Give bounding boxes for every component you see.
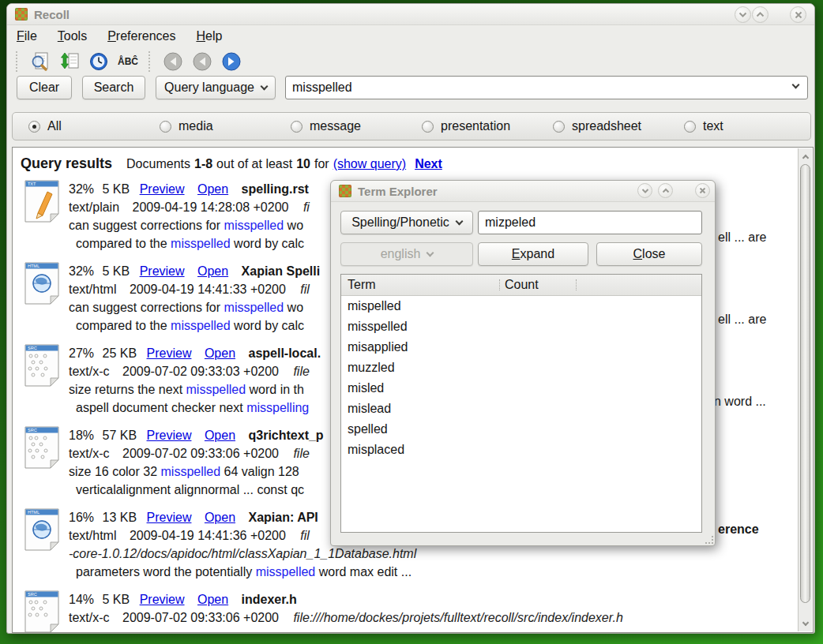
file-url-continued: -core-1.0.12/docs/apidoc/html/classXapia…: [69, 547, 416, 560]
filter-radio-text[interactable]: text: [684, 119, 723, 133]
term-row[interactable]: muzzled: [341, 358, 701, 378]
radio-icon: [553, 121, 565, 133]
term-column-header[interactable]: Term: [341, 278, 499, 292]
preview-link[interactable]: Preview: [140, 264, 185, 278]
open-link[interactable]: Open: [197, 264, 228, 278]
dialog-titlebar[interactable]: Term Explorer: [331, 181, 715, 202]
search-button[interactable]: Search: [82, 76, 145, 99]
search-input[interactable]: [285, 76, 808, 99]
mime-type: text/plain: [69, 200, 119, 214]
filter-radio-message[interactable]: message: [291, 119, 361, 133]
language-select: english: [340, 242, 473, 266]
menu-help[interactable]: Help: [196, 29, 222, 43]
next-page-link[interactable]: Next: [415, 157, 442, 171]
close-icon[interactable]: [790, 6, 806, 23]
preview-link[interactable]: Preview: [147, 346, 192, 360]
clear-button[interactable]: Clear: [17, 76, 72, 99]
svg-text:HTML: HTML: [28, 510, 39, 515]
radio-icon: [28, 121, 40, 133]
search-row: Clear Search Query language: [7, 76, 814, 106]
show-query-link[interactable]: (show query): [333, 157, 406, 171]
main-titlebar[interactable]: Recoll: [7, 4, 814, 25]
scroll-down-icon[interactable]: [800, 619, 810, 629]
toolbar-drag-handle[interactable]: [16, 51, 20, 72]
file-date: 2009-07-02 09:33:06 +0200: [122, 611, 279, 624]
file-size: 5 KB: [102, 264, 130, 278]
sort-by-date-icon[interactable]: [88, 51, 110, 73]
mime-type: text/html: [69, 283, 116, 296]
highlighted-term: misspelled: [186, 383, 246, 396]
filter-radio-media[interactable]: media: [160, 119, 213, 133]
radio-icon: [422, 121, 434, 133]
svg-text:SRC: SRC: [28, 346, 37, 350]
close-icon[interactable]: [695, 183, 710, 198]
expand-button[interactable]: Expand: [478, 242, 588, 266]
term-row[interactable]: spelled: [341, 419, 701, 440]
results-scrollbar[interactable]: [798, 148, 812, 631]
scroll-up-icon[interactable]: [800, 151, 810, 161]
document-preview-icon[interactable]: [29, 51, 51, 73]
relevance-percent: 14%: [69, 593, 94, 606]
term-row[interactable]: misplaced: [341, 440, 701, 460]
search-combo: [285, 76, 808, 99]
source-code-icon[interactable]: SRC: [24, 426, 60, 469]
highlighted-term: misspelled: [161, 465, 221, 478]
html-document-icon[interactable]: HTML: [24, 262, 60, 305]
open-link[interactable]: Open: [197, 593, 228, 606]
mime-type: text/html: [69, 529, 116, 542]
file-date: 2009-07-02 09:33:06 +0200: [122, 447, 279, 460]
radio-icon: [160, 121, 171, 133]
menu-tools[interactable]: Tools: [58, 29, 87, 43]
text-document-icon[interactable]: TXT: [24, 180, 60, 223]
term-row[interactable]: mislead: [341, 399, 701, 419]
toolbar: ÅBĈ: [7, 47, 814, 76]
count-column-header[interactable]: Count: [505, 278, 576, 292]
file-url: fil: [300, 283, 310, 296]
preview-link[interactable]: Preview: [147, 429, 192, 442]
html-document-icon[interactable]: HTML: [24, 508, 60, 551]
menu-preferences[interactable]: Preferences: [107, 29, 175, 43]
sort-parameters-icon[interactable]: [58, 51, 81, 73]
maximize-icon[interactable]: [658, 183, 673, 198]
filter-radio-all[interactable]: All: [28, 119, 62, 133]
filter-radio-spreadsheet[interactable]: spreadsheet: [553, 119, 641, 133]
term-row[interactable]: mispelled: [341, 296, 701, 316]
mime-type: text/x-c: [69, 611, 110, 624]
term-mode-select[interactable]: Spelling/Phonetic: [340, 211, 473, 234]
query-language-select[interactable]: Query language: [156, 76, 276, 99]
radio-icon: [684, 121, 696, 133]
svg-text:HTML: HTML: [28, 264, 39, 268]
open-link[interactable]: Open: [197, 182, 228, 196]
term-table-header[interactable]: Term Count: [341, 275, 701, 296]
toolbar-drag-handle[interactable]: [148, 51, 152, 72]
source-code-icon[interactable]: SRC: [24, 344, 60, 387]
file-size: 5 KB: [102, 593, 130, 606]
maximize-icon[interactable]: [752, 6, 769, 23]
open-link[interactable]: Open: [205, 346, 235, 360]
minimize-icon[interactable]: [735, 6, 751, 23]
minimize-icon[interactable]: [637, 183, 652, 198]
dialog-close-button[interactable]: Close: [596, 242, 702, 266]
term-explorer-spell-icon[interactable]: ÅBĈ: [117, 51, 139, 73]
open-link[interactable]: Open: [205, 511, 235, 524]
preview-link[interactable]: Preview: [140, 182, 185, 196]
term-row[interactable]: misapplied: [341, 337, 701, 358]
results-title: Query results: [21, 155, 112, 172]
menu-file[interactable]: File: [17, 29, 37, 43]
first-page-icon[interactable]: [162, 51, 184, 73]
scrollbar-thumb[interactable]: [800, 164, 810, 603]
resize-grip[interactable]: [705, 536, 713, 544]
previous-page-icon[interactable]: [191, 51, 213, 73]
term-input[interactable]: [478, 211, 702, 234]
highlighted-term: misspelled: [171, 237, 231, 250]
next-page-icon[interactable]: [220, 51, 242, 73]
filter-radio-presentation[interactable]: presentation: [422, 119, 510, 133]
result-title: Xapian: API: [248, 511, 318, 524]
desktop-background: Recoll File Tools Preferences Help: [0, 0, 823, 644]
source-code-icon[interactable]: SRC: [24, 590, 60, 633]
term-row[interactable]: misspelled: [341, 316, 701, 337]
preview-link[interactable]: Preview: [147, 511, 192, 524]
preview-link[interactable]: Preview: [140, 593, 185, 606]
open-link[interactable]: Open: [205, 429, 235, 442]
term-row[interactable]: misled: [341, 378, 701, 399]
